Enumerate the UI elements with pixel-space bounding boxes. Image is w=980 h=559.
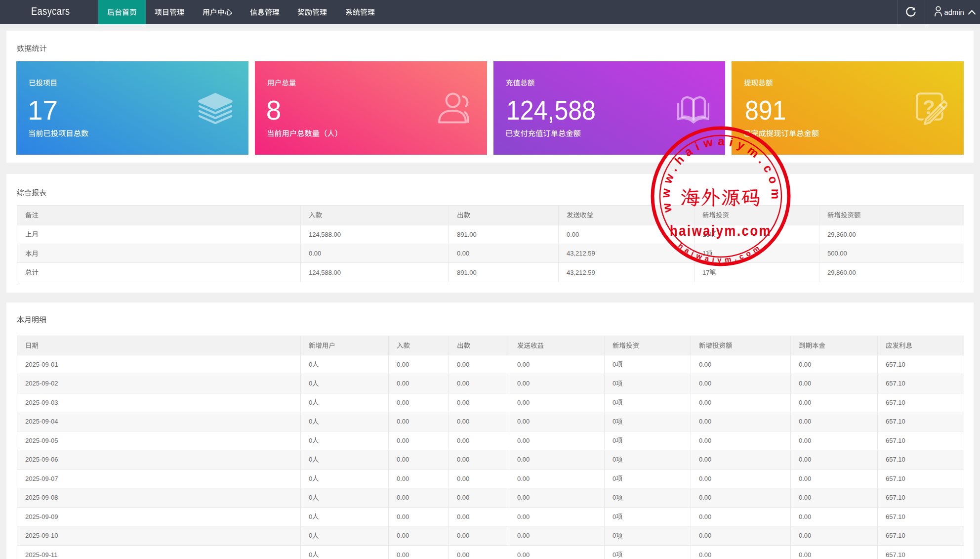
svg-text:?: ? [923,96,935,118]
